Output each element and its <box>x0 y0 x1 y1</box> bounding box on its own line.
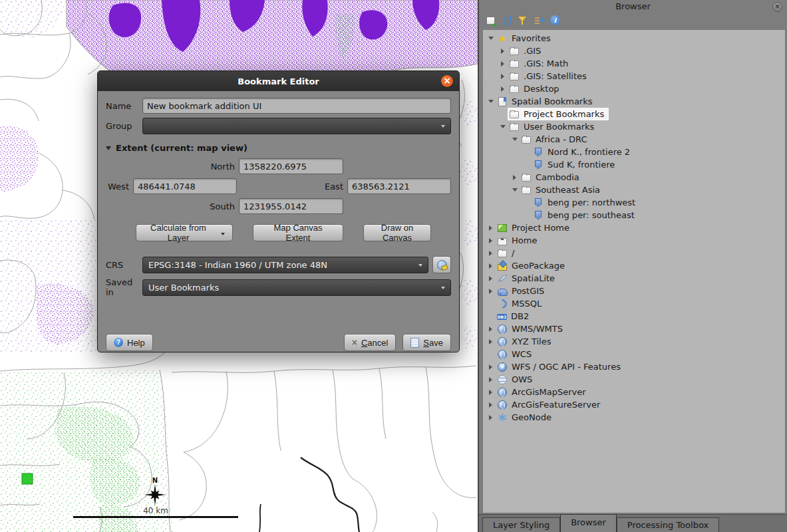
tree-item-africa-drc[interactable]: Africa - DRC <box>483 133 785 146</box>
tree-item-wfs-ogc-api-features[interactable]: WFS / OGC API - Features <box>483 360 785 373</box>
west-input[interactable] <box>133 178 237 194</box>
cancel-x-icon: × <box>352 338 357 347</box>
tree-item-gis-satellites[interactable]: .GIS: Satellites <box>483 70 785 82</box>
expander-closed-icon[interactable] <box>498 86 508 92</box>
folder-icon <box>509 46 520 57</box>
group-dropdown[interactable] <box>142 118 451 134</box>
expander-closed-icon[interactable] <box>486 289 496 294</box>
saved-in-dropdown[interactable]: User Bookmarks <box>142 279 451 296</box>
expander-closed-icon[interactable] <box>486 251 496 256</box>
tree-item-arcgisfeatureserver[interactable]: ArcGisFeatureServer <box>483 398 785 411</box>
north-input[interactable] <box>239 158 343 174</box>
tree-item-favorites[interactable]: ★Favorites <box>483 32 785 45</box>
expander-open-icon[interactable] <box>486 37 496 40</box>
tree-item-postgis[interactable]: PostGIS <box>483 285 785 297</box>
panel-close-icon[interactable] <box>772 2 782 12</box>
expander-closed-icon[interactable] <box>510 175 520 180</box>
tree-item-spatial-bookmarks[interactable]: Spatial Bookmarks <box>483 95 785 108</box>
tab-layer-styling[interactable]: Layer Styling <box>482 517 560 532</box>
tree-item-label: OWS <box>512 374 534 384</box>
expander-closed-icon[interactable] <box>486 327 496 332</box>
tree-item-project-home[interactable]: Project Home <box>483 221 785 234</box>
browser-toolbar <box>485 14 565 27</box>
tree-item-geonode[interactable]: *GeoNode <box>483 411 785 424</box>
tree-item-gis[interactable]: .GIS <box>483 45 785 57</box>
expander-closed-icon[interactable] <box>486 415 496 420</box>
extent-group-header[interactable]: Extent (current: map view) <box>106 143 451 153</box>
star-icon: ★ <box>497 33 508 44</box>
calculate-from-layer-button[interactable]: Calculate from Layer <box>136 224 233 241</box>
expander-open-icon[interactable] <box>498 125 508 128</box>
refresh-icon[interactable] <box>501 14 514 27</box>
tree-item-nord-k-frontiere-2[interactable]: Nord K., frontiere 2 <box>483 146 785 158</box>
dialog-close-icon[interactable] <box>441 75 453 87</box>
east-input[interactable] <box>347 178 451 194</box>
tree-item-spatialite[interactable]: SpatiaLite <box>483 272 785 285</box>
expander-closed-icon[interactable] <box>486 263 496 269</box>
properties-icon[interactable] <box>549 14 562 27</box>
dialog-titlebar[interactable]: Bookmark Editor <box>98 71 459 91</box>
expander-open-icon[interactable] <box>510 188 520 192</box>
filter-icon[interactable] <box>517 14 530 27</box>
folder-icon <box>521 185 532 196</box>
expander-closed-icon[interactable] <box>498 61 508 66</box>
south-input[interactable] <box>239 198 343 214</box>
expander-closed-icon[interactable] <box>486 339 496 344</box>
expander-closed-icon[interactable] <box>486 402 496 408</box>
expander-closed-icon[interactable] <box>486 225 496 231</box>
tree-item-geopackage[interactable]: GeoPackage <box>483 259 785 272</box>
tree-item-beng-per-southeast[interactable]: beng per: southeast <box>483 209 785 221</box>
save-button[interactable]: Save <box>402 334 451 351</box>
expander-closed-icon[interactable] <box>486 377 496 382</box>
expander-closed-icon[interactable] <box>498 74 508 79</box>
expander-closed-icon[interactable] <box>486 238 496 243</box>
cancel-button[interactable]: × Cancel <box>344 334 396 351</box>
bookmarks-icon <box>497 96 508 107</box>
tree-item-wms-wmts[interactable]: WMS/WMTS <box>483 323 785 335</box>
dock-tabbar: Layer StylingBrowserProcessing Toolbox <box>479 514 787 532</box>
tree-item-label: GeoNode <box>512 412 553 422</box>
tree-item-gis-math[interactable]: .GIS: Math <box>483 57 785 70</box>
tree-item-southeast-asia[interactable]: Southeast Asia <box>483 184 785 196</box>
tree-item-[interactable]: / <box>483 247 785 259</box>
tree-item-mssql[interactable]: MSSQL <box>483 297 785 310</box>
expander-closed-icon[interactable] <box>486 276 496 281</box>
expander-closed-icon[interactable] <box>486 364 496 370</box>
tree-item-project-bookmarks[interactable]: Project Bookmarks <box>483 108 785 120</box>
map-canvas-extent-button[interactable]: Map Canvas Extent <box>253 224 343 241</box>
tab-browser[interactable]: Browser <box>560 514 617 532</box>
tree-item-db2[interactable]: DB2DB2 <box>483 310 785 323</box>
tree-item-home[interactable]: Home <box>483 234 785 247</box>
tree-item-ows[interactable]: OWS <box>483 373 785 386</box>
tree-item-label: GeoPackage <box>512 261 566 271</box>
crs-dropdown[interactable]: EPSG:3148 - Indian 1960 / UTM zone 48N <box>142 257 428 273</box>
folder-icon <box>521 172 532 183</box>
tab-processing-toolbox[interactable]: Processing Toolbox <box>617 517 719 532</box>
tree-item-user-bookmarks[interactable]: User Bookmarks <box>483 120 785 133</box>
collapse-tree-icon[interactable] <box>533 14 546 27</box>
home-icon <box>497 235 508 246</box>
add-layer-icon[interactable] <box>485 14 498 27</box>
geopackage-icon <box>497 261 508 271</box>
select-crs-button[interactable] <box>432 256 451 273</box>
expander-closed-icon[interactable] <box>486 390 496 395</box>
tree-item-cambodia[interactable]: Cambodia <box>483 171 785 184</box>
tree-item-sud-k-frontiere[interactable]: Sud K, frontiere <box>483 158 785 171</box>
expander-open-icon[interactable] <box>486 100 496 103</box>
tree-item-arcgismapserver[interactable]: ArcGisMapServer <box>483 386 785 398</box>
tree-item-xyz-tiles[interactable]: XYZ Tiles <box>483 335 785 348</box>
folder-icon <box>509 122 520 132</box>
draw-on-canvas-button[interactable]: Draw on Canvas <box>363 224 431 241</box>
tree-item-label: Sud K, frontiere <box>548 160 616 170</box>
tree-item-beng-per-northwest[interactable]: beng per: northwest <box>483 196 785 209</box>
tree-item-label: Favorites <box>512 33 552 43</box>
expander-closed-icon[interactable] <box>498 49 508 54</box>
tree-item-label: ArcGisFeatureServer <box>512 400 601 410</box>
name-input[interactable] <box>142 98 451 114</box>
tree-item-label: Desktop <box>524 84 561 94</box>
help-button[interactable]: ? Help <box>106 334 153 351</box>
expander-open-icon[interactable] <box>510 138 520 141</box>
tree-item-desktop[interactable]: Desktop <box>483 82 785 95</box>
folder-icon <box>509 59 520 69</box>
tree-item-wcs[interactable]: WCS <box>483 348 785 360</box>
